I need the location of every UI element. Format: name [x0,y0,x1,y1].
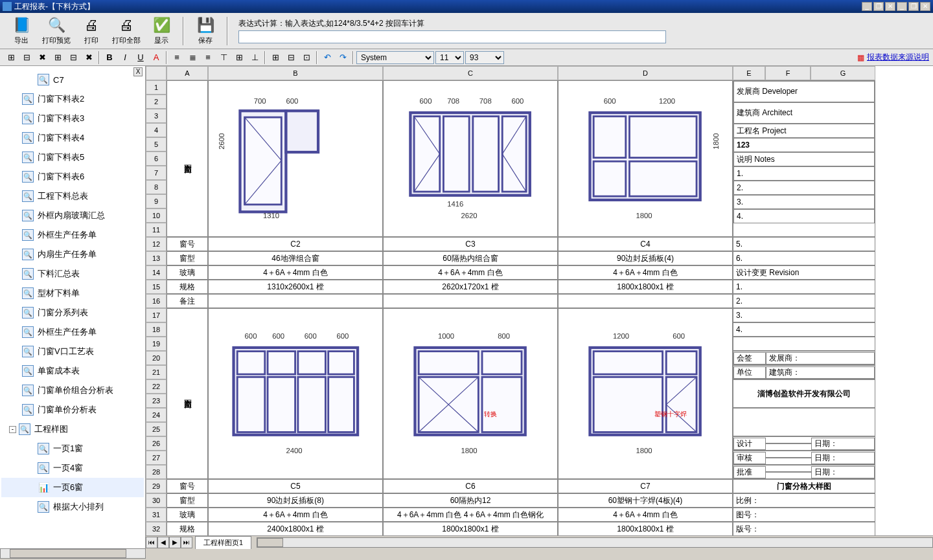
delete-col-button[interactable]: ✖ [82,50,96,65]
italic-button[interactable]: I [118,50,132,65]
tree-item-13[interactable]: 🔍外框生产任务单 [1,322,144,342]
row-header-11[interactable]: 11 [146,223,167,237]
printall-button[interactable]: 🖨打印全部 [110,15,143,47]
tree-item-6[interactable]: 🔍工程下料总表 [1,186,144,206]
row-header-30[interactable]: 30 [146,493,167,508]
row-header-13[interactable]: 13 [146,251,167,265]
row-header-14[interactable]: 14 [146,265,167,280]
print-button[interactable]: 🖨打印 [75,15,108,47]
tree-close-button[interactable]: X [133,67,143,76]
row-header-3[interactable]: 3 [146,109,167,123]
row-header-6[interactable]: 6 [146,151,167,166]
tree-item-4[interactable]: 🔍门窗下料表5 [1,148,144,167]
tree-item-11[interactable]: 🔍型材下料单 [1,284,144,303]
redo-button[interactable]: ↷ [336,50,350,65]
tree-item-15[interactable]: 🔍单窗成本表 [1,361,144,381]
tree-expand-icon[interactable]: - [9,426,16,433]
preview-button[interactable]: 🔍打印预览 [40,15,73,47]
row-header-22[interactable]: 22 [146,379,167,394]
tab-prev-button[interactable]: ◀ [157,537,169,548]
tree-item-8[interactable]: 🔍外框生产任务单 [1,225,144,245]
corner-cell[interactable] [146,66,167,80]
row-header-1[interactable]: 1 [146,80,167,95]
row-header-20[interactable]: 20 [146,351,167,365]
child-minimize-button[interactable]: _ [897,2,907,11]
tree-item-16[interactable]: 🔍门窗单价组合分析表 [1,381,144,400]
split-button[interactable]: ⊡ [299,50,314,65]
tree-item-0[interactable]: 🔍C7 [1,70,144,89]
tree-item-10[interactable]: 🔍下料汇总表 [1,264,144,284]
row-header-26[interactable]: 26 [146,436,167,451]
row-header-10[interactable]: 10 [146,208,167,223]
row-header-9[interactable]: 9 [146,194,167,208]
tree-item-5[interactable]: 🔍门窗下料表6 [1,167,144,186]
align-middle-button[interactable]: ⊞ [232,50,246,65]
display-button[interactable]: ✅显示 [145,15,178,47]
col-header-F[interactable]: F [765,66,811,80]
tree-item-14[interactable]: 🔍门窗V口工艺表 [1,342,144,361]
tree-item-1[interactable]: 🔍门窗下料表2 [1,89,144,109]
row-header-23[interactable]: 23 [146,394,167,408]
tree-item-7[interactable]: 🔍外框内扇玻璃汇总 [1,206,144,225]
row-header-25[interactable]: 25 [146,422,167,436]
row-header-29[interactable]: 29 [146,479,167,493]
row-header-21[interactable]: 21 [146,365,167,379]
row-header-12[interactable]: 12 [146,237,167,251]
sheet-tab[interactable]: 工程样图页1 [195,536,251,549]
underline-button[interactable]: U [133,50,148,65]
row-header-17[interactable]: 17 [146,308,167,322]
unmerge-button[interactable]: ⊟ [284,50,298,65]
font-select[interactable]: System [356,51,434,64]
tree-item-19[interactable]: 🔍一页1窗 [1,439,144,458]
row-header-32[interactable]: 32 [146,522,167,535]
fontcolor-button[interactable]: A [149,50,163,65]
tree-item-18[interactable]: -🔍工程样图 [1,420,144,439]
align-center-button[interactable]: ≣ [185,50,200,65]
delete-row-button[interactable]: ✖ [35,50,49,65]
row-header-28[interactable]: 28 [146,465,167,479]
tree-item-2[interactable]: 🔍门窗下料表3 [1,109,144,128]
save-button[interactable]: 💾保存 [189,15,222,47]
merge-button[interactable]: ⊞ [268,50,282,65]
align-left-button[interactable]: ≡ [170,50,184,65]
sheet-scroll[interactable]: ABCDEFG1门窗立面图700600260013106007087086002… [146,66,933,535]
row-header-24[interactable]: 24 [146,408,167,422]
tab-first-button[interactable]: ⏮ [146,537,157,548]
col-header-G[interactable]: G [811,66,875,80]
row-header-19[interactable]: 19 [146,337,167,351]
col-header-E[interactable]: E [733,66,765,80]
expression-input[interactable] [238,30,666,43]
row-header-4[interactable]: 4 [146,123,167,137]
align-bottom-button[interactable]: ⊥ [248,50,262,65]
close-button[interactable]: ✕ [885,2,895,11]
tree-scrollbar[interactable] [0,548,146,559]
tree-item-17[interactable]: 🔍门窗单价分析表 [1,400,144,420]
col-header-D[interactable]: D [558,66,733,80]
tab-next-button[interactable]: ▶ [169,537,181,548]
col-header-A[interactable]: A [167,66,208,80]
col-right-button[interactable]: ⊟ [66,50,80,65]
tree-item-20[interactable]: 🔍一页4窗 [1,458,144,478]
row-header-7[interactable]: 7 [146,166,167,180]
minimize-button[interactable]: _ [862,2,872,11]
align-right-button[interactable]: ≡ [201,50,215,65]
restore-button[interactable]: ❐ [873,2,884,11]
row-header-2[interactable]: 2 [146,95,167,109]
report-source-link[interactable]: 报表数据来源说明 [867,52,929,63]
row-header-18[interactable]: 18 [146,322,167,337]
row-below-button[interactable]: ⊟ [19,50,34,65]
horizontal-scrollbar[interactable] [257,537,933,548]
tree-item-12[interactable]: 🔍门窗分系列表 [1,303,144,322]
row-header-5[interactable]: 5 [146,137,167,151]
row-header-15[interactable]: 15 [146,280,167,294]
child-restore-button[interactable]: ❐ [908,2,919,11]
tree-item-3[interactable]: 🔍门窗下料表4 [1,128,144,148]
export-button[interactable]: 📘导出 [5,15,38,47]
col-header-C[interactable]: C [383,66,558,80]
tab-last-button[interactable]: ⏭ [181,537,192,548]
row-header-16[interactable]: 16 [146,294,167,308]
tree-item-22[interactable]: 🔍根据大小排列 [1,497,144,517]
fontsize-select[interactable]: 11 [435,51,464,64]
bold-button[interactable]: B [102,50,117,65]
col-header-B[interactable]: B [208,66,383,80]
